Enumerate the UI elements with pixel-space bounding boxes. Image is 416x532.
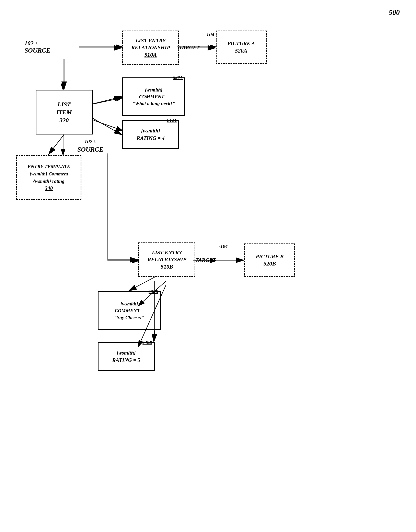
- ler-b-ref: 510B: [161, 263, 173, 270]
- comment-a-ref: 530A: [173, 75, 183, 80]
- diagram: 500: [0, 0, 416, 532]
- picture-b-label: PICTURE B: [256, 253, 284, 260]
- source-top-label: 102 └ SOURCE: [24, 40, 50, 54]
- picture-a: PICTURE A 520A: [216, 30, 267, 64]
- list-item-label: LISTITEM: [56, 100, 72, 116]
- comment-b-label: {wsmith}COMMENT ="Say Cheese!": [114, 301, 144, 321]
- arrows-svg: [0, 0, 416, 532]
- ler-b-label: LIST ENTRYRELATIONSHIP: [148, 249, 186, 263]
- picture-a-label: PICTURE A: [227, 40, 255, 47]
- rating-b-label: {wsmith}RATING = 5: [112, 349, 140, 364]
- target-b-ref: └104: [218, 244, 228, 249]
- list-entry-relationship-a: LIST ENTRYRELATIONSHIP 510A: [122, 30, 179, 65]
- picture-a-ref: 520A: [235, 47, 247, 54]
- comment-a: 530A {wsmith}COMMENT ="What a long neck!…: [122, 78, 185, 116]
- rating-b: 540B {wsmith}RATING = 5: [98, 342, 155, 371]
- entry-template-label: ENTRY TEMPLATE{wsmith} Comment{wsmith} r…: [28, 163, 70, 185]
- rating-a: 540A {wsmith}RATING = 4: [122, 120, 179, 149]
- picture-b: PICTURE B 520B: [244, 244, 295, 277]
- target-a-label: TARGET: [179, 44, 200, 50]
- svg-line-18: [49, 135, 64, 154]
- diagram-number: 500: [389, 8, 400, 17]
- svg-line-4: [94, 98, 122, 104]
- comment-a-label: {wsmith}COMMENT ="What a long neck!": [132, 87, 175, 107]
- list-item: LISTITEM 320: [36, 90, 93, 135]
- list-item-ref: 320: [60, 116, 69, 124]
- rating-b-ref: 540B: [142, 339, 152, 345]
- rating-a-label: {wsmith}RATING = 4: [137, 127, 165, 142]
- svg-line-16: [93, 97, 121, 104]
- entry-template-ref: 340: [45, 185, 53, 192]
- comment-b-ref: 530B: [149, 288, 158, 295]
- picture-b-ref: 520B: [264, 260, 276, 267]
- target-b-label: TARGET: [195, 257, 216, 263]
- comment-b: 530B {wsmith}COMMENT ="Say Cheese!": [98, 291, 161, 330]
- source-mid-ref: 102 └: [85, 138, 95, 145]
- svg-line-5: [94, 120, 122, 130]
- rating-a-ref: 540A: [167, 117, 177, 123]
- svg-line-17: [93, 118, 121, 135]
- ler-a-ref: 510A: [144, 51, 157, 59]
- target-a-ref: └104: [204, 32, 214, 38]
- ler-a-label: LIST ENTRYRELATIONSHIP: [131, 37, 170, 51]
- svg-line-24: [154, 330, 155, 342]
- list-entry-relationship-b: LIST ENTRYRELATIONSHIP 510B: [138, 242, 195, 277]
- source-mid-label: SOURCE: [77, 146, 103, 153]
- arrows-overlay: [0, 0, 416, 532]
- entry-template: ENTRY TEMPLATE{wsmith} Comment{wsmith} r…: [16, 155, 81, 200]
